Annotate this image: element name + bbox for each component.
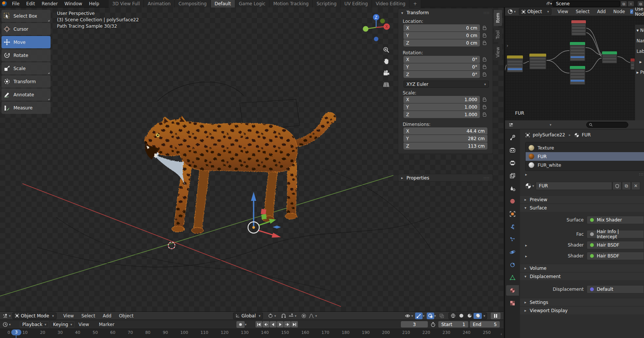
- node-header[interactable]: [570, 66, 585, 69]
- dimensions-y-field[interactable]: Y282 cm: [403, 135, 487, 142]
- tab-compositing[interactable]: Compositing: [175, 0, 211, 7]
- fac-field[interactable]: Hair Info | Intercept: [587, 230, 644, 238]
- lock-icon[interactable]: [480, 57, 489, 61]
- timeline-menu-marker[interactable]: Marker: [95, 320, 118, 329]
- scene-browse-icon[interactable]: 🗗▾: [546, 1, 553, 7]
- surface-shader-field[interactable]: Mix Shader: [587, 216, 644, 224]
- viewport-menu-object[interactable]: Object: [115, 312, 137, 320]
- show-gizmo-icon[interactable]: [415, 313, 423, 319]
- leopard-model[interactable]: [140, 107, 352, 249]
- add-workspace-button[interactable]: +: [409, 0, 421, 7]
- playback-dropdown[interactable]: Playback▾: [20, 321, 49, 328]
- node-header[interactable]: [631, 58, 635, 61]
- panel-preview[interactable]: ▸Preview: [520, 195, 644, 203]
- scale-z-field[interactable]: Z1.000: [403, 111, 480, 118]
- playhead-current-frame[interactable]: 3: [11, 329, 21, 335]
- tab-material[interactable]: [506, 285, 519, 296]
- location-x-field[interactable]: X0 cm: [403, 24, 480, 31]
- panel-displacement[interactable]: ▾Displacement: [520, 272, 644, 280]
- viewport-menu-add[interactable]: Add: [99, 312, 115, 320]
- lock-icon[interactable]: [480, 72, 489, 76]
- rotation-mode-dropdown[interactable]: XYZ Euler▾: [403, 81, 489, 88]
- tool-transform[interactable]: Transform: [1, 75, 51, 88]
- transform-panel-header[interactable]: ▾ Transform ::::: [398, 9, 493, 17]
- node-editor-type-icon[interactable]: [507, 8, 514, 15]
- fake-user-shield-button[interactable]: [613, 182, 622, 190]
- node-menu-view[interactable]: View: [554, 7, 572, 16]
- shading-wireframe-button[interactable]: [449, 313, 457, 319]
- scene-delete-button[interactable]: ✕: [628, 1, 634, 7]
- node-header[interactable]: [570, 42, 585, 45]
- overlays-toggle-icon[interactable]: [427, 313, 434, 319]
- play-reverse-button[interactable]: [270, 321, 276, 328]
- start-frame-field[interactable]: Start1: [438, 321, 468, 328]
- menu-window[interactable]: Window: [61, 0, 85, 7]
- node-header[interactable]: [571, 20, 586, 23]
- breadcrumb-material[interactable]: FUR: [582, 132, 591, 138]
- displacement-field[interactable]: Default: [587, 285, 644, 293]
- expand-arrow-icon[interactable]: ▸: [525, 243, 527, 247]
- current-frame-field[interactable]: 3: [401, 321, 428, 328]
- scene-name-field[interactable]: Scene: [553, 1, 620, 7]
- panel-volume[interactable]: ▸Volume: [520, 264, 644, 272]
- lock-icon[interactable]: [480, 26, 489, 30]
- lock-icon[interactable]: [480, 65, 489, 69]
- snap-magnet-icon[interactable]: [280, 313, 287, 319]
- location-z-field[interactable]: Z0 cm: [403, 39, 480, 46]
- zoom-icon[interactable]: [383, 46, 390, 53]
- new-material-button[interactable]: ⧉: [622, 182, 631, 190]
- 3d-viewport[interactable]: User Perspective (3) Scene Collection | …: [0, 7, 504, 311]
- properties-editor-type-icon[interactable]: [507, 121, 515, 128]
- keying-dropdown[interactable]: Keying▾: [51, 321, 75, 328]
- jump-to-start-button[interactable]: [256, 321, 262, 328]
- lock-icon[interactable]: [480, 112, 489, 117]
- tab-game-logic[interactable]: Game Logic: [235, 0, 270, 7]
- menu-render[interactable]: Render: [38, 0, 61, 7]
- viewport-menu-view[interactable]: View: [60, 312, 78, 320]
- menu-edit[interactable]: Edit: [23, 0, 38, 7]
- shader1-field[interactable]: Hair BSDF: [587, 241, 644, 249]
- use-nodes-checkbox[interactable]: ✓: [630, 9, 633, 14]
- breadcrumb-object[interactable]: polySurface22: [533, 132, 565, 138]
- proportional-falloff-icon[interactable]: [308, 313, 315, 319]
- tab-tool[interactable]: Tool: [494, 27, 502, 42]
- tab-animation[interactable]: Animation: [144, 0, 175, 7]
- timeline-menu-view[interactable]: View: [75, 320, 93, 329]
- pan-hand-icon[interactable]: [383, 58, 390, 65]
- lock-icon[interactable]: [480, 97, 489, 102]
- node-header[interactable]: [602, 51, 617, 54]
- lock-icon[interactable]: [480, 41, 489, 45]
- lock-icon[interactable]: [480, 105, 489, 109]
- transform-orientation-dropdown[interactable]: Global▾: [233, 313, 263, 319]
- shading-solid-button[interactable]: [457, 313, 465, 319]
- tool-cursor[interactable]: Cursor: [1, 23, 51, 35]
- node-menu-node[interactable]: Node: [610, 7, 629, 16]
- tab-3d-view-full[interactable]: 3D View Full: [109, 0, 144, 7]
- shading-material-button[interactable]: [465, 313, 474, 319]
- shader-node[interactable]: [571, 20, 586, 36]
- tab-tool[interactable]: [506, 132, 519, 143]
- tab-output[interactable]: [506, 158, 519, 168]
- ruler-scroll-arrow-icon[interactable]: ‹: [501, 332, 502, 336]
- shader-node[interactable]: [569, 66, 586, 85]
- material-slot-texture[interactable]: Texture: [526, 144, 644, 152]
- shader-type-dropdown[interactable]: Object▾: [519, 8, 552, 15]
- panel-surface[interactable]: ▾Surface: [520, 203, 644, 212]
- tab-scene[interactable]: [506, 183, 519, 194]
- unlink-material-button[interactable]: ✕: [631, 182, 640, 190]
- resize-grip-icon[interactable]: ::::: [639, 172, 644, 176]
- move-gizmo[interactable]: [240, 180, 288, 244]
- camera-view-icon[interactable]: [383, 70, 390, 76]
- shader-node[interactable]: [569, 42, 586, 61]
- scale-y-field[interactable]: Y1.000: [403, 103, 480, 111]
- editor-type-icon[interactable]: [1, 313, 9, 319]
- timeline-ruler[interactable]: 0102030405060708090100110120130140150160…: [0, 329, 504, 338]
- expand-arrow-icon[interactable]: ▸: [525, 254, 527, 258]
- play-button[interactable]: [277, 321, 284, 328]
- end-frame-field[interactable]: End5: [470, 321, 500, 328]
- pause-render-button[interactable]: [491, 313, 501, 319]
- tab-uv-editing[interactable]: UV Editing: [341, 0, 372, 7]
- material-name-field[interactable]: FUR: [536, 182, 612, 190]
- tab-modifiers[interactable]: [506, 221, 519, 232]
- show-overlays-icon[interactable]: [404, 313, 411, 319]
